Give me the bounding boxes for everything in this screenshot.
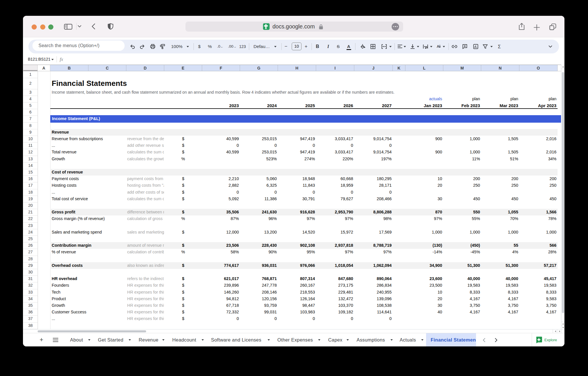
svg-text:A: A [437,44,440,49]
